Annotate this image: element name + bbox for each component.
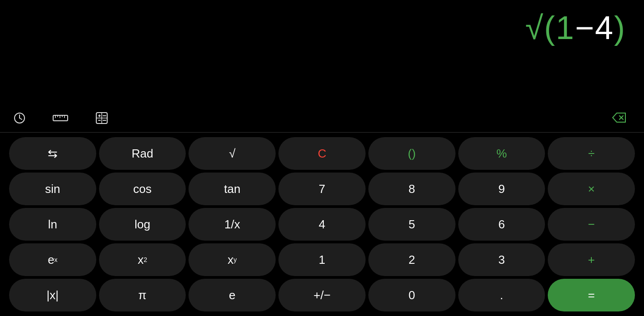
e-button[interactable]: e	[188, 279, 276, 311]
dot-button[interactable]: .	[458, 279, 545, 311]
display-part-sqrt: √(1	[525, 10, 575, 46]
keypad-row-5: |x| π e +/− 0 . =	[9, 279, 635, 311]
display-expression: √(1−4)	[525, 9, 626, 46]
backspace-button[interactable]	[608, 110, 630, 128]
keypad: ⇆ Rad √ C () % ÷ sin cos tan 7 8 9 × ln …	[0, 133, 644, 316]
ruler-icon[interactable]	[53, 114, 68, 125]
backspace-area[interactable]	[608, 110, 630, 128]
6-button[interactable]: 6	[458, 208, 545, 241]
cos-button[interactable]: cos	[99, 173, 186, 205]
sin-button[interactable]: sin	[9, 173, 96, 205]
equals-button[interactable]: =	[548, 279, 635, 311]
8-button[interactable]: 8	[368, 173, 456, 205]
multiply-button[interactable]: ×	[548, 173, 635, 205]
divide-button[interactable]: ÷	[548, 137, 635, 170]
sqrt-button[interactable]: √	[188, 137, 276, 170]
display-part-close: )	[614, 10, 626, 46]
plusminus-button[interactable]: +/−	[278, 279, 366, 311]
keypad-row-3: ln log 1/x 4 5 6 −	[9, 208, 635, 241]
keypad-row-1: ⇆ Rad √ C () % ÷	[9, 137, 635, 170]
svg-line-2	[20, 118, 22, 119]
ln-button[interactable]: ln	[9, 208, 96, 241]
inverse-button[interactable]: 1/x	[188, 208, 276, 241]
3-button[interactable]: 3	[458, 243, 545, 276]
display-part-minus: −4	[575, 10, 614, 46]
history-icon[interactable]	[14, 112, 25, 127]
swap-button[interactable]: ⇆	[9, 137, 96, 170]
1-button[interactable]: 1	[278, 243, 366, 276]
log-button[interactable]: log	[99, 208, 186, 241]
subtract-button[interactable]: −	[548, 208, 635, 241]
exp-button[interactable]: ex	[9, 243, 96, 276]
toolbar	[0, 106, 644, 133]
abs-button[interactable]: |x|	[9, 279, 96, 311]
clear-button[interactable]: C	[278, 137, 366, 170]
x2-button[interactable]: x2	[99, 243, 186, 276]
xy-button[interactable]: xy	[188, 243, 276, 276]
7-button[interactable]: 7	[278, 173, 366, 205]
percent-button[interactable]: %	[458, 137, 545, 170]
0-button[interactable]: 0	[368, 279, 456, 311]
display-area: √(1−4)	[0, 0, 644, 106]
keypad-row-2: sin cos tan 7 8 9 ×	[9, 173, 635, 205]
5-button[interactable]: 5	[368, 208, 456, 241]
4-button[interactable]: 4	[278, 208, 366, 241]
rad-button[interactable]: Rad	[99, 137, 186, 170]
9-button[interactable]: 9	[458, 173, 545, 205]
parens-button[interactable]: ()	[368, 137, 456, 170]
pi-button[interactable]: π	[99, 279, 186, 311]
split-calculator-icon[interactable]	[95, 112, 108, 127]
tan-button[interactable]: tan	[188, 173, 276, 205]
keypad-row-4: ex x2 xy 1 2 3 +	[9, 243, 635, 276]
add-button[interactable]: +	[548, 243, 635, 276]
2-button[interactable]: 2	[368, 243, 456, 276]
